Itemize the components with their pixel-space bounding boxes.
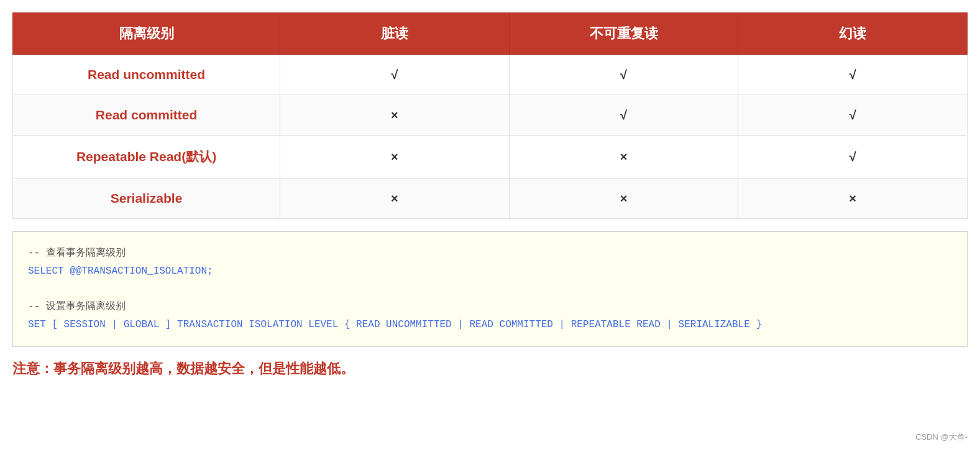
cell-isolation-level: Read committed bbox=[13, 95, 280, 136]
code-comment-2: -- 设置事务隔离级别 bbox=[28, 301, 126, 312]
cell-phantom: √ bbox=[738, 136, 968, 178]
code-box: -- 查看事务隔离级别 SELECT @@TRANSACTION_ISOLATI… bbox=[12, 231, 968, 347]
cell-dirty-read: √ bbox=[280, 55, 510, 95]
header-non-repeatable: 不可重复读 bbox=[509, 13, 738, 55]
header-isolation: 隔离级别 bbox=[13, 13, 280, 55]
code-line-1: SELECT @@TRANSACTION_ISOLATION; bbox=[28, 266, 213, 277]
cell-isolation-level: Serializable bbox=[13, 178, 280, 219]
cell-non-repeatable: √ bbox=[509, 55, 738, 95]
cell-non-repeatable: √ bbox=[509, 95, 738, 136]
table-row: Repeatable Read(默认)××√ bbox=[13, 136, 968, 178]
cell-non-repeatable: × bbox=[509, 178, 738, 219]
table-row: Read uncommitted√√√ bbox=[13, 55, 968, 95]
isolation-table: 隔离级别 脏读 不可重复读 幻读 Read uncommitted√√√Read… bbox=[12, 12, 968, 219]
table-row: Read committed×√√ bbox=[13, 95, 968, 136]
table-row: Serializable××× bbox=[13, 178, 968, 219]
cell-phantom: √ bbox=[738, 95, 968, 136]
cell-isolation-level: Repeatable Read(默认) bbox=[13, 136, 280, 178]
cell-phantom: √ bbox=[738, 55, 968, 95]
cell-dirty-read: × bbox=[280, 136, 510, 178]
cell-phantom: × bbox=[738, 178, 968, 219]
watermark: CSDN @大鱼- bbox=[915, 432, 968, 443]
cell-non-repeatable: × bbox=[509, 136, 738, 178]
header-dirty-read: 脏读 bbox=[280, 13, 510, 55]
note-text: 注意：事务隔离级别越高，数据越安全，但是性能越低。 bbox=[12, 359, 968, 378]
cell-isolation-level: Read uncommitted bbox=[13, 55, 280, 95]
cell-dirty-read: × bbox=[280, 178, 510, 219]
code-line-2: SET [ SESSION | GLOBAL ] TRANSACTION ISO… bbox=[28, 319, 762, 330]
header-phantom: 幻读 bbox=[738, 13, 968, 55]
code-comment-1: -- 查看事务隔离级别 bbox=[28, 248, 126, 259]
cell-dirty-read: × bbox=[280, 95, 510, 136]
